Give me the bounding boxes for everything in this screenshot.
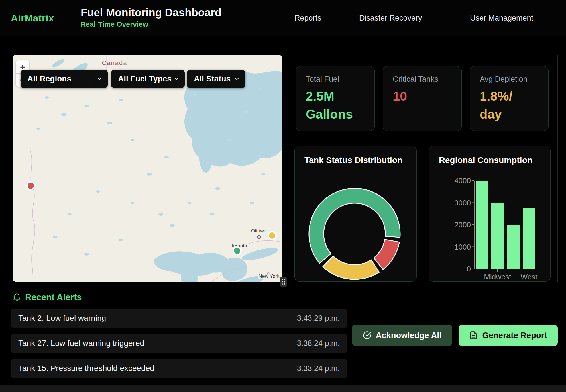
- drag-handle-icon[interactable]: [280, 277, 287, 287]
- stat-card-critical-tanks: Critical Tanks 10: [383, 66, 462, 131]
- content-edge-divider: [557, 55, 558, 282]
- stat-label: Avg Depletion: [480, 75, 539, 84]
- bell-icon: [13, 293, 21, 302]
- check-circle-icon: [363, 331, 371, 340]
- alert-text: Tank 27: Low fuel warning triggered: [18, 339, 144, 348]
- regional-consumption-bar-chart: 01000200030004000MidwestWest: [429, 146, 551, 282]
- region-filter-value: All Regions: [27, 74, 71, 83]
- map-label-canada: Canada: [102, 59, 127, 66]
- nav-reports[interactable]: Reports: [294, 0, 321, 36]
- alert-text: Tank 2: Low fuel warning: [18, 314, 106, 323]
- acknowledge-all-label: Acknowledge All: [376, 331, 442, 340]
- nav-disaster-recovery[interactable]: Disaster Recovery: [359, 0, 422, 36]
- svg-text:1000: 1000: [454, 243, 471, 251]
- stat-label: Critical Tanks: [393, 75, 452, 84]
- region-filter-select[interactable]: All Regions: [21, 70, 108, 88]
- generate-report-label: Generate Report: [482, 331, 547, 340]
- alert-time: 3:43:29 p.m.: [297, 314, 340, 323]
- tank-marker-critical[interactable]: [27, 182, 35, 190]
- alert-row: Tank 15: Pressure threshold exceeded 3:3…: [11, 359, 347, 378]
- chevron-down-icon: [173, 76, 180, 82]
- fuel-type-filter-select[interactable]: All Fuel Types: [111, 70, 185, 88]
- header: AirMatrix Fuel Monitoring Dashboard Real…: [0, 0, 566, 36]
- alert-time: 3:33:24 p.m.: [297, 364, 340, 373]
- map-label-ottawa: Ottawa: [251, 228, 266, 234]
- map-label-newyork: New York: [258, 273, 280, 279]
- status-filter-select[interactable]: All Status: [187, 70, 245, 88]
- alert-text: Tank 15: Pressure threshold exceeded: [18, 364, 154, 373]
- app-logo: AirMatrix: [11, 0, 54, 36]
- bottom-bar: [0, 385, 566, 392]
- stat-card-total-fuel: Total Fuel 2.5MGallons: [296, 66, 375, 131]
- chevron-down-icon: [234, 76, 240, 82]
- map-canvas[interactable]: Canada Ottawa Toronto New York: [13, 55, 282, 282]
- stat-label: Total Fuel: [306, 75, 365, 84]
- map-panel[interactable]: Canada Ottawa Toronto New York + − All R…: [13, 55, 282, 282]
- alert-row: Tank 2: Low fuel warning 3:43:29 p.m.: [11, 309, 347, 328]
- tank-status-donut-chart: [295, 146, 417, 282]
- title-block: Fuel Monitoring Dashboard Real-Time Over…: [81, 6, 221, 28]
- chevron-down-icon: [96, 76, 103, 82]
- ottawa-city-icon: [258, 236, 261, 239]
- page-subtitle: Real-Time Overview: [81, 20, 221, 28]
- tank-status-card: Tank Status Distribution: [294, 146, 417, 282]
- tank-marker-normal[interactable]: [233, 247, 241, 255]
- fuel-type-filter-value: All Fuel Types: [118, 74, 172, 83]
- svg-text:3000: 3000: [454, 199, 471, 207]
- recent-alerts-label: Recent Alerts: [25, 292, 82, 303]
- svg-text:Midwest: Midwest: [484, 273, 511, 281]
- tank-marker-warning[interactable]: [268, 232, 276, 240]
- generate-report-button[interactable]: Generate Report: [459, 325, 558, 346]
- file-text-icon: [469, 331, 478, 340]
- stat-value: 10: [393, 87, 452, 105]
- recent-alerts-heading: Recent Alerts: [13, 291, 82, 304]
- acknowledge-all-button[interactable]: Acknowledge All: [352, 325, 452, 346]
- nav-user-management[interactable]: User Management: [470, 0, 533, 36]
- svg-text:0: 0: [467, 265, 471, 273]
- dashboard: AirMatrix Fuel Monitoring Dashboard Real…: [0, 0, 566, 392]
- alert-row: Tank 27: Low fuel warning triggered 3:38…: [11, 334, 347, 353]
- stat-value: 2.5MGallons: [306, 87, 365, 123]
- status-filter-value: All Status: [194, 74, 231, 83]
- svg-text:2000: 2000: [454, 220, 471, 229]
- svg-text:4000: 4000: [454, 176, 471, 185]
- stat-value: 1.8%/day: [480, 87, 539, 123]
- page-title: Fuel Monitoring Dashboard: [81, 6, 221, 19]
- stat-card-avg-depletion: Avg Depletion 1.8%/day: [470, 66, 549, 131]
- alert-time: 3:38:24 p.m.: [297, 339, 340, 348]
- svg-text:West: West: [521, 273, 538, 281]
- regional-consumption-card: Regional Consumption 01000200030004000Mi…: [429, 146, 551, 282]
